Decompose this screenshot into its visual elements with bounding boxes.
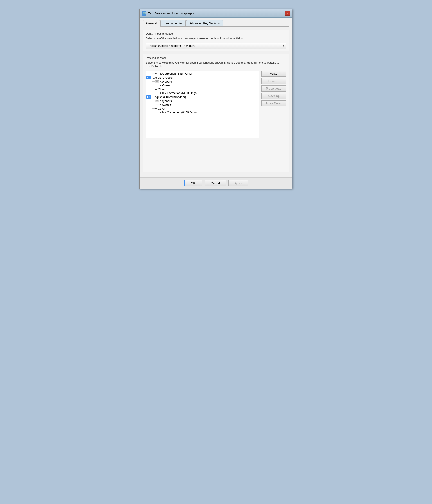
list-item: ├── ⌨ Keyboard <box>146 99 259 103</box>
list-item: └── Other <box>146 87 259 91</box>
title-bar: Text Services and Input Languages ✕ <box>140 9 292 18</box>
keyboard-icon: ⌨ <box>155 100 159 102</box>
app-icon <box>142 11 147 16</box>
move-up-button[interactable]: Move Up <box>261 93 286 99</box>
item-label: Greek (Greece) <box>153 76 173 79</box>
item-label: Other <box>158 88 165 91</box>
ok-button[interactable]: OK <box>184 180 202 186</box>
item-label: Keyboard <box>159 80 172 83</box>
horizontal-scrollbar[interactable]: ◀ ▶ <box>146 138 259 138</box>
list-item: └── Greek <box>146 83 259 87</box>
add-button[interactable]: Add... <box>261 71 286 77</box>
title-bar-left: Text Services and Input Languages <box>142 11 194 16</box>
installed-services-section: Installed services Select the services t… <box>143 54 289 172</box>
default-language-dropdown[interactable]: English (United Kingdom) - Swedish <box>146 43 286 49</box>
list-item: ├── ⌨ Keyboard <box>146 80 259 83</box>
installed-services-desc: Select the services that you want for ea… <box>146 61 286 69</box>
remove-button[interactable]: Remove <box>261 78 286 84</box>
item-label: Ink Correction (64Bit Only) <box>162 91 197 95</box>
bullet-icon <box>160 85 161 86</box>
item-label: Other <box>158 107 165 110</box>
item-label: Ink Correction (64Bit Only) <box>162 111 197 114</box>
services-content: └── Ink Correction (64Bit Only) EL Greek… <box>146 71 286 138</box>
apply-button[interactable]: Apply <box>228 180 248 186</box>
list-item: └── Ink Correction (64Bit Only) <box>146 72 259 76</box>
lang-badge-en: EN <box>147 95 151 99</box>
list-item: └── Ink Correction (64Bit Only) <box>146 110 259 114</box>
cancel-button[interactable]: Cancel <box>204 180 226 186</box>
dialog-window: Text Services and Input Languages ✕ Gene… <box>139 9 293 189</box>
tab-language-bar[interactable]: Language Bar <box>160 20 186 26</box>
bullet-icon <box>160 112 161 113</box>
scroll-right-arrow[interactable]: ▶ <box>255 138 259 138</box>
default-input-section: Default input language Select one of the… <box>143 30 289 51</box>
services-buttons: Add... Remove Properties... Move Up Move… <box>261 71 286 138</box>
default-language-dropdown-wrapper: English (United Kingdom) - Swedish ▼ <box>146 43 286 49</box>
item-label: Ink Correction (64Bit Only) <box>158 72 192 75</box>
item-label: Greek <box>162 84 170 87</box>
item-label: Keyboard <box>159 99 172 103</box>
list-item: └── Ink Correction (64Bit Only) <box>146 91 259 95</box>
close-button[interactable]: ✕ <box>285 11 290 16</box>
move-down-button[interactable]: Move Down <box>261 100 286 106</box>
tab-advanced-key-settings[interactable]: Advanced Key Settings <box>186 20 223 26</box>
dialog-footer: OK Cancel Apply <box>140 177 292 189</box>
bullet-icon <box>160 104 161 106</box>
installed-services-label: Installed services <box>146 56 286 60</box>
svg-rect-1 <box>143 13 145 13</box>
dialog-body: General Language Bar Advanced Key Settin… <box>140 18 292 175</box>
services-list-container: └── Ink Correction (64Bit Only) EL Greek… <box>146 71 259 138</box>
tab-bar: General Language Bar Advanced Key Settin… <box>143 20 289 27</box>
list-item: EN English (United Kingdom) <box>146 95 259 99</box>
window-title: Text Services and Input Languages <box>148 12 194 15</box>
item-label: Swedish <box>162 103 173 106</box>
properties-button[interactable]: Properties... <box>261 85 286 91</box>
bullet-icon <box>160 92 161 94</box>
list-item: EL Greek (Greece) <box>146 76 259 80</box>
scroll-left-arrow[interactable]: ◀ <box>146 138 150 138</box>
bullet-icon <box>155 89 156 90</box>
tab-general[interactable]: General <box>143 20 160 27</box>
default-input-desc: Select one of the installed input langua… <box>146 37 286 40</box>
bullet-icon <box>155 73 156 74</box>
bullet-icon <box>155 108 156 109</box>
list-item: └── Swedish <box>146 103 259 107</box>
services-scroll[interactable]: └── Ink Correction (64Bit Only) EL Greek… <box>146 71 259 138</box>
lang-badge-el: EL <box>147 76 151 79</box>
keyboard-icon: ⌨ <box>155 80 159 83</box>
default-input-label: Default input language <box>146 32 286 35</box>
list-item: └── Other <box>146 107 259 110</box>
item-label: English (United Kingdom) <box>153 95 186 99</box>
